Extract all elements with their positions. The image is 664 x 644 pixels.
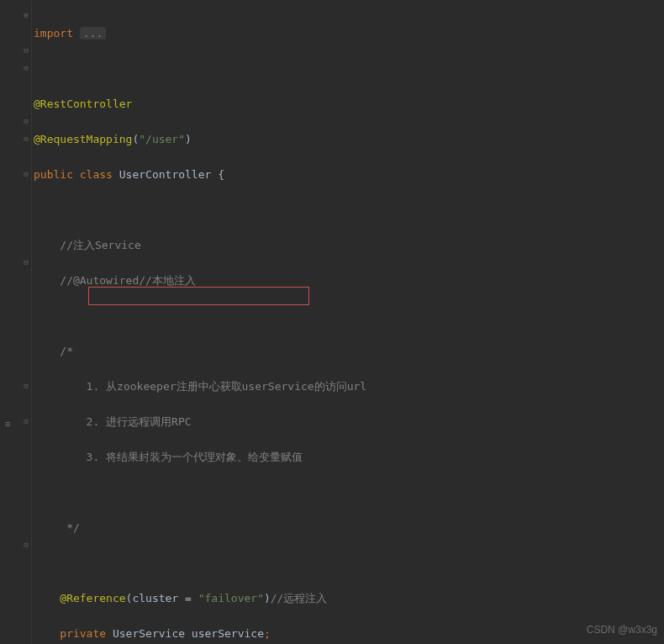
code-line: //注入Service [34, 236, 664, 254]
comment: 2. 进行远程调用RPC [60, 415, 191, 428]
comment: */ [60, 521, 79, 534]
comment: //远程注入 [271, 592, 328, 604]
fold-collapse-icon[interactable]: ⊟ [22, 117, 30, 125]
string: "failover" [198, 592, 264, 604]
code-line: 1. 从zookeeper注册中心获取userService的访问url [34, 377, 664, 395]
code-line: @RequestMapping("/user") [34, 130, 664, 148]
fold-collapse-icon[interactable]: ⊟ [22, 258, 30, 267]
fold-collapse-icon[interactable]: ⊟ [22, 382, 30, 390]
separator-icon: ≡ [5, 415, 11, 433]
code-line: /* [34, 342, 664, 360]
gutter: ⊞ ⊟ ⊟ ⊟ ⊟ ⊟ ⊟ ⊟ ≡ ⊟ ⊟ [0, 0, 32, 644]
code-line: private UserService userService; [34, 625, 664, 642]
comment: //注入Service [60, 239, 140, 251]
fold-collapse-icon[interactable]: ⊟ [22, 135, 30, 143]
annotation: @RequestMapping [34, 133, 132, 145]
code-area[interactable]: import ... @RestController @RequestMappi… [32, 0, 664, 644]
highlight-box [88, 287, 309, 305]
fold-collapse-icon[interactable]: ⊟ [22, 170, 30, 178]
keyword: import [34, 27, 73, 40]
fold-collapse-icon[interactable]: ⊟ [22, 64, 30, 72]
fold-collapse-icon[interactable]: ⊟ [22, 541, 30, 549]
code-line: @Reference(cluster = "failover")//远程注入 [34, 589, 664, 607]
fold-collapse-icon[interactable]: ⊟ [22, 417, 30, 425]
comment: /* [60, 345, 73, 357]
code-line: import ... [34, 24, 664, 42]
comment: 1. 从zookeeper注册中心获取userService的访问url [60, 380, 366, 393]
type: UserService [113, 627, 185, 640]
keyword: class [80, 168, 113, 181]
code-line: 2. 进行远程调用RPC [34, 413, 664, 430]
keyword: private [60, 627, 106, 640]
field: userService [192, 627, 264, 640]
annotation: @RestController [34, 98, 132, 110]
keyword: public [34, 168, 73, 181]
comment: 3. 将结果封装为一个代理对象。给变量赋值 [60, 451, 303, 463]
class-name: UserController { [119, 168, 224, 181]
fold-expand-icon[interactable]: ⊞ [22, 11, 30, 19]
code-line: */ [34, 519, 664, 536]
watermark: CSDN @w3x3g [587, 621, 657, 639]
code-line: @RestController [34, 95, 664, 113]
code-editor[interactable]: ⊞ ⊟ ⊟ ⊟ ⊟ ⊟ ⊟ ⊟ ≡ ⊟ ⊟ import ... @RestCo… [0, 0, 664, 644]
comment: //@Autowired//本地注入 [60, 274, 196, 287]
code-line: public class UserController { [34, 166, 664, 183]
fold-collapse-icon[interactable]: ⊟ [22, 46, 30, 55]
code-line: //@Autowired//本地注入 [34, 272, 664, 289]
code-line: 3. 将结果封装为一个代理对象。给变量赋值 [34, 448, 664, 466]
annotation: @Reference [60, 592, 125, 604]
folded-region[interactable]: ... [80, 27, 106, 40]
string: "/user" [139, 133, 185, 145]
